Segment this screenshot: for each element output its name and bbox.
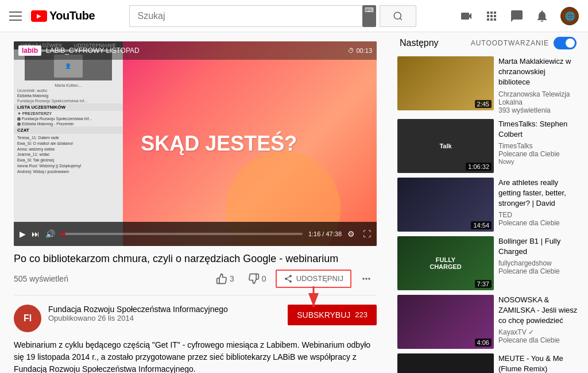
video-title: Po co bibliotekarzom chmura, czyli o nar… — [14, 253, 377, 265]
video-left-panel: OBRAZ I DŹWIĘK UDOSTĘPNIANIE 👤 Marta Kol… — [14, 41, 123, 246]
rec-meta: 393 wyświetlenia — [498, 106, 579, 114]
rec-title: MEUTE - You & Me (Flume Remix) — [498, 353, 579, 373]
rec-thumbnail: 2:45 — [397, 56, 494, 110]
channel-avatar[interactable]: FI — [14, 305, 41, 332]
panel-section-czat: CZAT — [14, 126, 123, 134]
recommended-item[interactable]: 4:06NOSOWSKA & ZAMILSKA - Jeśli wiesz co… — [397, 295, 579, 349]
hamburger-menu-icon[interactable] — [9, 11, 22, 21]
rec-channel: TimesTalks — [498, 142, 579, 150]
svg-point-0 — [394, 12, 401, 19]
autoplay-toggle[interactable] — [554, 37, 577, 49]
rec-meta: Polecane dla Ciebie — [498, 150, 579, 158]
rec-info: TimesTalks: Stephen ColbertTimesTalksPol… — [498, 119, 579, 173]
youtube-logo[interactable]: YouTube — [31, 9, 95, 22]
rec-channel: Chrzanowska Telewizja Lokalna — [498, 90, 579, 106]
panel-item-2: Elżbieta Matonóg - Prezenter — [14, 121, 123, 126]
dislike-count: 0 — [262, 274, 266, 283]
panel-section-lista: LISTA UCZESTNIKÓW — [14, 103, 123, 111]
autoplay-label: AUTOODTWARZANIE — [471, 39, 549, 47]
time-display: 1:16 / 47:38 — [308, 230, 342, 237]
panel-participant: Uczestnik: audio: — [14, 88, 123, 93]
subscribe-button[interactable]: SUBSKRYBUJ 223 — [288, 305, 377, 325]
video-camera-icon[interactable] — [459, 9, 473, 23]
top-bar-left: labib LABiB_CYFROWY LISTOPAD — [18, 45, 140, 56]
chat-icon[interactable] — [510, 9, 524, 23]
video-controls: ▶ ⏭ 🔊 1:16 / 47:38 ⚙ ⛶ — [14, 222, 377, 246]
like-button[interactable]: 3 — [211, 270, 239, 288]
video-player-inner: OBRAZ I DŹWIĘK UDOSTĘPNIANIE 👤 Marta Kol… — [14, 41, 377, 246]
notifications-icon[interactable] — [535, 9, 549, 23]
recommended-item[interactable]: 14:54Are athletes really getting faster,… — [397, 178, 579, 232]
video-description: Webinarium z cyklu będącego częścią "Get… — [14, 339, 377, 374]
rec-thumbnail: 5:30 — [397, 353, 494, 373]
subscribe-label: SUBSKRYBUJ — [297, 310, 350, 320]
video-actions: 3 0 UDOSTĘPNIJ — [211, 270, 377, 288]
play-button[interactable]: ▶ — [20, 229, 26, 239]
progress-fill — [61, 233, 65, 235]
sidebar: Następny AUTOODTWARZANIE 2:45Marta Makla… — [390, 32, 586, 373]
more-options-button[interactable] — [356, 270, 377, 288]
rec-info: NOSOWSKA & ZAMILSKA - Jeśli wiesz co chc… — [498, 295, 579, 349]
labib-title: LABiB_CYFROWY LISTOPAD — [46, 47, 140, 55]
rec-duration: 4:06 — [475, 339, 492, 347]
progress-bar[interactable] — [61, 233, 303, 235]
video-frame: OBRAZ I DŹWIĘK UDOSTĘPNIANIE 👤 Marta Kol… — [14, 41, 377, 246]
dislike-button[interactable]: 0 — [243, 270, 271, 288]
channel-name: Fundacja Rozwoju Społeczeństwa Informacy… — [48, 305, 228, 314]
video-player[interactable]: OBRAZ I DŹWIĘK UDOSTĘPNIANIE 👤 Marta Kol… — [14, 41, 377, 246]
rec-channel: fullychargedshow — [498, 259, 579, 267]
search-button[interactable] — [380, 5, 416, 27]
recommended-item[interactable]: 2:45Marta Maklakiewicz w chrzanowskiej b… — [397, 56, 579, 114]
rec-duration: 1:06:32 — [466, 163, 492, 171]
video-section: OBRAZ I DŹWIĘK UDOSTĘPNIANIE 👤 Marta Kol… — [0, 32, 390, 373]
sidebar-header: Następny AUTOODTWARZANIE — [397, 37, 579, 49]
panel-presenters: ▼ PREZENTERZY — [14, 111, 123, 116]
rec-duration: 14:54 — [471, 221, 492, 229]
panel-org: Fundacja Rozwoju Społeczeństwa Inf... — [14, 98, 123, 103]
rec-thumbnail: 4:06 — [397, 295, 494, 349]
rec-meta: Polecane dla Ciebie — [498, 267, 579, 275]
rec-title: NOSOWSKA & ZAMILSKA - Jeśli wiesz co chc… — [498, 295, 579, 326]
next-button[interactable]: ⏭ — [32, 229, 40, 239]
recommended-item[interactable]: 5:30MEUTE - You & Me (Flume Remix)MEUTEP… — [397, 353, 579, 373]
rec-duration: 7:37 — [475, 280, 492, 288]
channel-info: Fundacja Rozwoju Społeczeństwa Informacy… — [48, 305, 228, 322]
rec-thumbnail: FULLY CHARGED7:37 — [397, 236, 494, 290]
settings-icon[interactable]: ⚙ — [347, 229, 355, 239]
search-input[interactable] — [129, 5, 362, 27]
rec-channel: TED — [498, 211, 579, 219]
search-area: ⌨ — [95, 5, 450, 27]
subscribe-count: 223 — [355, 310, 368, 319]
channel-section: FI Fundacja Rozwoju Społeczeństwa Inform… — [14, 305, 377, 332]
autoplay-row: AUTOODTWARZANIE — [471, 37, 577, 49]
share-button[interactable]: UDOSTĘPNIJ — [276, 270, 351, 288]
rec-info: Bollinger B1 | Fully Chargedfullycharged… — [498, 236, 579, 290]
recommended-list: 2:45Marta Maklakiewicz w chrzanowskiej b… — [397, 56, 579, 373]
rec-badge: Nowy — [498, 158, 579, 165]
keyboard-icon[interactable]: ⌨ — [362, 5, 376, 27]
share-label: UDOSTĘPNIJ — [296, 274, 343, 283]
recommended-item[interactable]: Talk1:06:32TimesTalks: Stephen ColbertTi… — [397, 119, 579, 173]
video-timer: ⏱ 00:13 — [348, 47, 372, 54]
video-meta-bar: 505 wyświetleń 3 0 UDOSTĘPNIJ — [14, 270, 377, 295]
rec-info: Are athletes really getting faster, bett… — [498, 178, 579, 232]
labib-logo: labib — [18, 45, 41, 56]
recommended-item[interactable]: FULLY CHARGED7:37Bollinger B1 | Fully Ch… — [397, 236, 579, 290]
volume-button[interactable]: 🔊 — [45, 229, 55, 239]
channel-left: FI Fundacja Rozwoju Społeczeństwa Inform… — [14, 305, 228, 332]
search-bar: ⌨ — [129, 5, 416, 27]
view-count: 505 wyświetleń — [14, 274, 68, 283]
rec-thumbnail: Talk1:06:32 — [397, 119, 494, 173]
video-top-bar: labib LABiB_CYFROWY LISTOPAD ⏱ 00:13 — [14, 41, 377, 60]
svg-line-1 — [400, 18, 401, 20]
like-count: 3 — [230, 274, 234, 283]
rec-title: Marta Maklakiewicz w chrzanowskiej bibli… — [498, 56, 579, 88]
apps-grid-icon[interactable] — [485, 9, 498, 23]
rec-title: TimesTalks: Stephen Colbert — [498, 119, 579, 140]
header-right: 🌐 — [459, 7, 579, 25]
fullscreen-icon[interactable]: ⛶ — [363, 229, 371, 239]
rec-duration: 2:45 — [475, 100, 492, 108]
header-left: YouTube — [9, 9, 95, 22]
avatar[interactable]: 🌐 — [560, 7, 579, 25]
header: YouTube ⌨ 🌐 — [0, 0, 588, 32]
